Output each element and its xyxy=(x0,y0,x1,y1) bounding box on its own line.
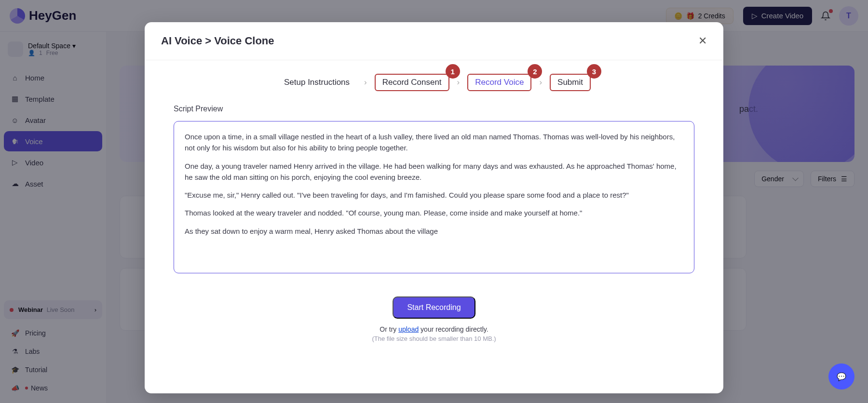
or-text-pre: Or try xyxy=(380,325,398,333)
or-text-post: your recording directly. xyxy=(419,325,488,333)
script-paragraph: "Excuse me, sir," Henry called out. "I'v… xyxy=(185,189,683,201)
script-paragraph: One day, a young traveler named Henry ar… xyxy=(185,161,683,183)
chevron-right-icon: › xyxy=(457,78,460,87)
start-recording-button[interactable]: Start Recording xyxy=(393,296,475,319)
step-label: Record Voice xyxy=(475,78,524,87)
step-label: Record Consent xyxy=(382,78,442,87)
file-size-hint: (The file size should be smaller than 10… xyxy=(145,335,723,342)
chevron-right-icon: › xyxy=(364,78,367,87)
script-paragraph: As they sat down to enjoy a warm meal, H… xyxy=(185,226,683,237)
script-paragraph: Once upon a time, in a small village nes… xyxy=(185,131,683,154)
modal-header: AI Voice > Voice Clone ✕ xyxy=(145,22,723,60)
script-paragraph: Thomas looked at the weary traveler and … xyxy=(185,207,683,218)
close-button[interactable]: ✕ xyxy=(698,35,707,47)
script-preview-label: Script Preview xyxy=(145,105,723,113)
step-record-voice[interactable]: Record Voice 2 xyxy=(467,74,531,91)
wizard-steps: Setup Instructions › Record Consent 1 › … xyxy=(145,60,723,105)
upload-link[interactable]: upload xyxy=(398,325,419,333)
step-badge-3: 3 xyxy=(587,64,601,79)
step-setup-instructions[interactable]: Setup Instructions xyxy=(277,75,356,90)
step-badge-2: 2 xyxy=(528,64,542,79)
step-badge-1: 1 xyxy=(446,64,460,79)
upload-alternative-row: Or try upload your recording directly. xyxy=(145,325,723,333)
chat-icon: 💬 xyxy=(837,372,846,381)
voice-clone-modal: AI Voice > Voice Clone ✕ Setup Instructi… xyxy=(145,22,723,393)
close-icon: ✕ xyxy=(698,35,707,47)
modal-title: AI Voice > Voice Clone xyxy=(161,35,274,47)
chevron-right-icon: › xyxy=(539,78,542,87)
help-chat-fab[interactable]: 💬 xyxy=(828,363,854,390)
step-record-consent[interactable]: Record Consent 1 xyxy=(375,74,449,91)
start-recording-label: Start Recording xyxy=(407,303,461,311)
step-submit[interactable]: Submit 3 xyxy=(550,74,591,91)
script-preview-box[interactable]: Once upon a time, in a small village nes… xyxy=(174,121,694,273)
step-label: Submit xyxy=(557,78,583,87)
